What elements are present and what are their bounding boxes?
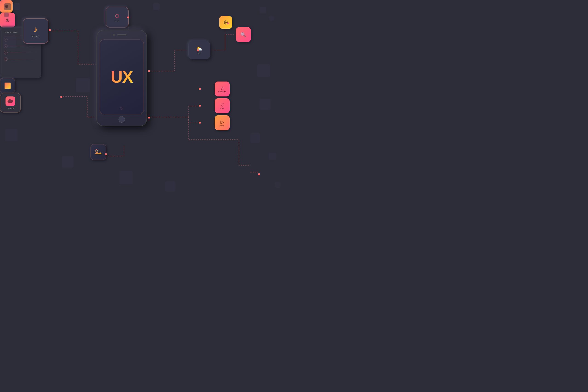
deco-square — [260, 99, 270, 110]
connection-dot — [199, 105, 201, 106]
deco-square — [76, 78, 90, 92]
gps-label: GPS — [115, 20, 120, 22]
gps-icon: ⊙ — [114, 12, 120, 20]
list-item: 3 — [4, 51, 38, 54]
connection-dot — [148, 70, 150, 72]
music-card[interactable]: ♪ MUSIC — [23, 18, 48, 44]
deco-square — [275, 182, 281, 188]
deco-square — [260, 7, 266, 13]
cloud-label: CLOUD — [7, 107, 14, 109]
weather-temp: 16° — [198, 52, 201, 54]
favorite-card[interactable]: ☆ FAVORITE — [215, 82, 230, 96]
deco-square — [13, 3, 20, 10]
love-label: LOVE — [220, 108, 224, 109]
deco-square — [153, 3, 160, 10]
deco-square — [3, 36, 16, 48]
search-icon: ⊕ — [6, 17, 10, 23]
list-line — [10, 52, 38, 53]
phone: UX ♡ — [96, 30, 147, 126]
play-icon: ▷ — [220, 119, 224, 125]
connection-dot — [197, 49, 199, 51]
list-line — [10, 59, 38, 59]
gallery-icon: 🌄 — [4, 82, 11, 89]
cloud-svg-icon — [7, 99, 13, 104]
list-item: 4 — [4, 57, 38, 61]
main-scene: .dash-line { stroke: rgba(255, 100, 80, … — [0, 0, 294, 196]
phone-home-button — [118, 116, 125, 123]
connection-dot — [105, 154, 107, 155]
connection-dot — [49, 29, 51, 31]
search-btn[interactable]: 🔍 — [236, 27, 251, 42]
list-number: 3 — [4, 51, 8, 54]
gallery-btn[interactable] — [90, 144, 106, 160]
ux-text: UX — [111, 69, 133, 85]
connection-dot — [127, 16, 129, 18]
deco-square — [4, 13, 9, 17]
phone-screen: UX — [100, 40, 144, 114]
deco-square — [269, 16, 274, 21]
deco-square — [166, 182, 176, 192]
heart-icon-phone: ♡ — [120, 106, 123, 111]
gps-card[interactable]: ⊙ GPS — [106, 7, 128, 28]
deco-square — [62, 156, 74, 168]
play-card[interactable]: ▷ PLAY — [215, 115, 230, 130]
phone-camera — [113, 34, 115, 36]
connection-dot — [228, 22, 229, 24]
deco-square — [257, 64, 270, 77]
list-number: 4 — [4, 57, 8, 61]
music-label: MUSIC — [32, 35, 40, 38]
love-card[interactable]: ♡ LOVE — [215, 98, 230, 113]
gallery-svg-icon — [94, 149, 102, 155]
favorite-label: FAVORITE — [218, 91, 226, 92]
deco-square — [269, 153, 276, 160]
connection-dot — [199, 88, 201, 90]
cloud-icon-wrap — [6, 96, 15, 106]
music-icon: ♪ — [34, 24, 38, 34]
search-icon: 🔍 — [240, 32, 246, 38]
connection-dot — [258, 174, 260, 175]
weather-card[interactable]: ⛅ 16° — [188, 41, 210, 59]
svg-point-0 — [95, 150, 98, 152]
plus-btn[interactable]: ⊕ — [219, 16, 232, 29]
connection-dot — [199, 122, 201, 124]
deco-square — [5, 128, 18, 141]
connection-dot — [60, 96, 62, 98]
deco-square — [250, 133, 260, 143]
love-icon: ♡ — [220, 102, 224, 108]
deco-square — [4, 3, 11, 10]
play-label: PLAY — [220, 125, 224, 126]
phone-speaker — [117, 34, 126, 35]
gallery-card[interactable]: 🌄 — [0, 78, 15, 93]
connection-dot — [148, 117, 150, 118]
favorite-icon: ☆ — [220, 86, 224, 91]
deco-square — [120, 171, 133, 184]
cloud-card[interactable]: CLOUD — [0, 93, 21, 112]
